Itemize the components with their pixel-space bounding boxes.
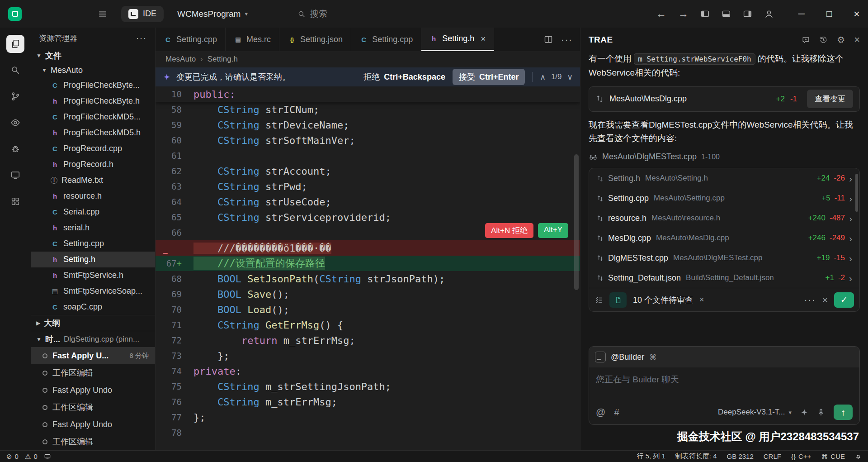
code-line[interactable]: 71 CString GetErrMsg() { [156,317,580,333]
warning-count[interactable]: ⚠0 [25,452,38,461]
file-tree-item[interactable]: serial.h [31,220,155,236]
code-line[interactable]: − ///��������õ1���·�� [156,240,580,256]
mention-icon[interactable]: @ [596,407,605,418]
mic-icon[interactable] [817,408,825,416]
editor-tab[interactable]: Setting.json × [279,28,351,51]
prev-change-icon[interactable]: ∧ [540,72,545,82]
forward-icon[interactable]: → [678,9,689,19]
code-line[interactable]: 63 CString strPwd; [156,179,580,194]
chevron-right-icon[interactable]: › [849,253,852,263]
eol-type[interactable]: CRLF [764,452,781,460]
menu-item[interactable] [67,11,80,17]
settings-gear-icon[interactable]: ⚙ [837,34,845,45]
close-tab-icon[interactable]: × [481,34,486,44]
menu-item[interactable] [29,11,42,17]
code-line[interactable]: 72 return m_strErrMsg; [156,333,580,348]
account-icon[interactable] [764,9,774,19]
editor-scrollbar[interactable] [574,86,580,450]
view-changes-button[interactable]: 查看变更 [807,90,853,108]
global-search[interactable]: 搜索 [297,8,327,20]
editor-tab[interactable]: Setting.cpp × [351,28,421,51]
code-line[interactable]: 58 CString strICNum; [156,102,580,117]
changed-file-row[interactable]: MesDlg.cpp MesAuto\MesDlg.cpp +246 -249 … [589,228,859,248]
changed-file-row[interactable]: Setting.cpp MesAuto\Setting.cpp +5 -11 › [589,188,859,208]
section-outline[interactable]: ▶ 大纲 [31,315,155,331]
feedback-icon[interactable] [802,36,810,44]
close-panel-icon[interactable]: × [854,34,860,46]
file-reference[interactable]: MesAuto\DlgMESTest.cpp 1-100 [589,152,860,162]
section-timeline[interactable]: ▼ 时... DlgSetting.cpp (pinn... [31,331,155,347]
builder-context-bar[interactable]: @Builder ⌘ [589,347,859,367]
history-icon[interactable] [819,36,828,44]
clear-review-icon[interactable]: × [699,295,704,305]
file-tree-item[interactable]: ProgFileCheckByte... [31,77,155,93]
cue-toggle[interactable]: ⌘CUE [821,452,845,461]
code-line[interactable]: 75 CString m_strSettingJsonPath; [156,379,580,394]
code-line[interactable]: 67+ ///设置配置的保存路径 [156,256,580,271]
breadcrumb-root[interactable]: MesAuto [165,55,196,64]
file-tree-item[interactable]: SmtFtpServiceSoap... [31,283,155,299]
file-tree-item[interactable]: Setting.h [31,252,155,267]
activity-preview-icon[interactable] [4,111,27,134]
context-tag-icon[interactable]: # [614,407,619,418]
app-logo-icon[interactable] [8,7,22,21]
split-editor-icon[interactable] [544,35,553,44]
model-selector[interactable]: DeepSeek-V3.1-T... ▾ [718,408,792,417]
language-mode[interactable]: {}C++ [791,452,811,460]
code-line[interactable]: 73 }; [156,348,580,363]
sticky-scope-line[interactable]: 10 public: [156,86,580,102]
accept-all-button[interactable]: ✓ [834,292,854,308]
file-tree-item[interactable]: SmtFtpService.h [31,267,155,283]
editor-tab[interactable]: Mes.rc × [226,28,279,51]
toggle-right-panel-icon[interactable] [743,9,752,19]
activity-search-icon[interactable] [4,58,27,82]
timeline-item[interactable]: 工作区编辑 [31,399,155,416]
terminal-status-icon[interactable] [44,453,51,460]
accept-hunk-badge[interactable]: Alt+Y [538,223,568,238]
code-line[interactable]: 74private: [156,363,580,379]
menu-item[interactable] [54,11,67,17]
activity-debug-icon[interactable] [4,137,27,161]
code-line[interactable]: 60 CString strSoftMainVer; [156,133,580,148]
maximize-icon[interactable]: □ [826,9,832,19]
timeline-item[interactable]: 工作区编辑 [31,433,155,450]
menu-item[interactable] [80,11,92,17]
changed-file-row[interactable]: resource.h MesAuto\resource.h +240 -487 … [589,208,859,228]
changed-file-row[interactable]: DlgMESTest.cpp MesAuto\DlgMESTest.cpp +1… [589,248,859,268]
section-files[interactable]: ▼ 文件 [31,48,155,63]
activity-terminal-icon[interactable] [4,163,27,187]
chevron-right-icon[interactable]: › [849,194,852,203]
reject-hunk-badge[interactable]: Alt+N 拒绝 [485,223,533,238]
code-line[interactable]: 68 BOOL SetJsonPath(CString strJsonPath)… [156,271,580,286]
scrollbar-thumb[interactable] [855,174,858,212]
editor-tab[interactable]: Setting.cpp × [156,28,226,51]
toggle-left-panel-icon[interactable] [700,9,710,19]
file-tree-item[interactable]: ProgRecord.cpp [31,141,155,157]
file-change-card[interactable]: MesAuto\MesDlg.cpp +2 -1 查看变更 [589,86,860,112]
code-editor[interactable]: 10 public: 58 CString strICNum;59 CStrin… [156,86,580,450]
chat-input[interactable]: 您正在与 Builder 聊天 [589,367,859,400]
menu-item[interactable] [42,11,54,17]
file-tree-item[interactable]: Serial.cpp [31,204,155,220]
hamburger-menu-icon[interactable] [98,9,108,19]
code-line[interactable]: 70 BOOL Load(); [156,302,580,317]
code-line[interactable]: 76 CString m_strErrMsg; [156,394,580,410]
activity-extensions-icon[interactable] [4,190,27,213]
ide-mode-button[interactable]: IDE [121,6,164,22]
task-list-icon[interactable] [594,295,603,304]
changed-file-row[interactable]: Setting.h MesAuto\Setting.h +24 -26 › [589,168,859,188]
editor-tab[interactable]: Setting.h × [421,28,494,51]
chevron-right-icon[interactable]: › [849,273,852,283]
code-line[interactable]: 61 [156,148,580,163]
next-change-icon[interactable]: ∨ [567,72,573,82]
chevron-right-icon[interactable]: › [849,174,852,183]
code-line[interactable]: 62 CString strAccount; [156,163,580,179]
file-tree-item[interactable]: ProgRecord.h [31,157,155,172]
cursor-position[interactable]: 行 5, 列 1 [637,452,665,461]
timeline-item[interactable]: Fast Apply Undo [31,381,155,399]
file-tree-item[interactable]: Setting.cpp [31,236,155,252]
timeline-item[interactable]: Fast Apply U... 8 分钟 [31,347,155,364]
chevron-right-icon[interactable]: › [849,214,852,223]
chevron-right-icon[interactable]: › [849,233,852,243]
file-tree-item[interactable]: ProgFileCheckMD5... [31,109,155,125]
